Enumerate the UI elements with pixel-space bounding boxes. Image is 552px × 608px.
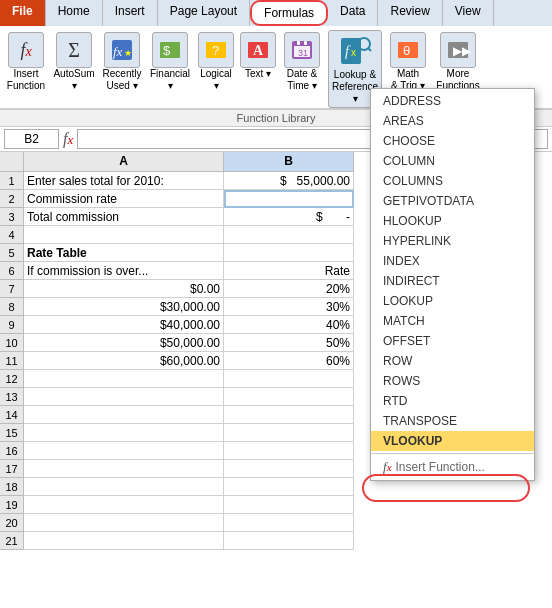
svg-text:▶▶: ▶▶	[453, 44, 472, 58]
dropdown-item-hlookup[interactable]: HLOOKUP	[371, 211, 534, 231]
dropdown-item-choose[interactable]: CHOOSE	[371, 131, 534, 151]
autosum-button[interactable]: Σ AutoSum ▾	[52, 30, 96, 94]
fx-small-icon: fx	[383, 459, 392, 475]
cell-a9[interactable]: $40,000.00	[24, 316, 224, 334]
cell-a8[interactable]: $30,000.00	[24, 298, 224, 316]
cell-b8[interactable]: 30%	[224, 298, 354, 316]
recently-used-button[interactable]: fx★ RecentlyUsed ▾	[100, 30, 144, 94]
tab-page-layout[interactable]: Page Layout	[158, 0, 250, 26]
table-row: 20	[0, 514, 552, 532]
ribbon-tabs: File Home Insert Page Layout Formulas Da…	[0, 0, 552, 26]
col-header-a[interactable]: A	[24, 152, 224, 172]
row-num: 7	[0, 280, 24, 298]
row-num: 10	[0, 334, 24, 352]
dropdown-item-match[interactable]: MATCH	[371, 311, 534, 331]
name-box[interactable]	[4, 129, 59, 149]
more-functions-icon: ▶▶	[440, 32, 476, 68]
formula-icons: fx	[63, 130, 73, 148]
tab-formulas[interactable]: Formulas	[250, 0, 328, 26]
lookup-dropdown-menu: ADDRESS AREAS CHOOSE COLUMN COLUMNS GETP…	[370, 88, 535, 481]
cell-a1[interactable]: Enter sales total for 2010:	[24, 172, 224, 190]
dropdown-item-row[interactable]: ROW	[371, 351, 534, 371]
date-time-label: Date &Time ▾	[287, 68, 318, 92]
corner-cell	[0, 152, 24, 172]
svg-text:31: 31	[298, 48, 308, 58]
cell-a7[interactable]: $0.00	[24, 280, 224, 298]
svg-text:$: $	[163, 43, 171, 58]
cell-a5[interactable]: Rate Table	[24, 244, 224, 262]
row-num: 4	[0, 226, 24, 244]
autosum-label: AutoSum ▾	[53, 68, 94, 92]
cell-b3[interactable]: $ -	[224, 208, 354, 226]
row-num: 6	[0, 262, 24, 280]
dropdown-item-lookup[interactable]: LOOKUP	[371, 291, 534, 311]
cell-a11[interactable]: $60,000.00	[24, 352, 224, 370]
math-trig-button[interactable]: θ Math& Trig ▾	[386, 30, 430, 94]
cell-b10[interactable]: 50%	[224, 334, 354, 352]
dropdown-item-indirect[interactable]: INDIRECT	[371, 271, 534, 291]
table-row: 19	[0, 496, 552, 514]
dropdown-item-transpose[interactable]: TRANSPOSE	[371, 411, 534, 431]
tab-view[interactable]: View	[443, 0, 494, 26]
lookup-reference-icon: f x	[337, 33, 373, 69]
recently-used-label: RecentlyUsed ▾	[103, 68, 142, 92]
col-header-b[interactable]: B	[224, 152, 354, 172]
tab-review[interactable]: Review	[378, 0, 442, 26]
row-num: 9	[0, 316, 24, 334]
row-num: 8	[0, 298, 24, 316]
cell-b6[interactable]: Rate	[224, 262, 354, 280]
cell-b4[interactable]	[224, 226, 354, 244]
dropdown-item-vlookup[interactable]: VLOOKUP	[371, 431, 534, 451]
date-time-button[interactable]: 31 Date &Time ▾	[280, 30, 324, 94]
fx-formula-icon: fx	[63, 130, 73, 148]
cell-a6[interactable]: If commission is over...	[24, 262, 224, 280]
cell-a4[interactable]	[24, 226, 224, 244]
dropdown-item-offset[interactable]: OFFSET	[371, 331, 534, 351]
insert-function-dropdown-label: Insert Function...	[396, 460, 485, 474]
dropdown-item-rtd[interactable]: RTD	[371, 391, 534, 411]
row-num: 11	[0, 352, 24, 370]
svg-text:θ: θ	[403, 43, 410, 58]
tab-data[interactable]: Data	[328, 0, 378, 26]
dropdown-item-getpivotdata[interactable]: GETPIVOTDATA	[371, 191, 534, 211]
dropdown-item-hyperlink[interactable]: HYPERLINK	[371, 231, 534, 251]
row-num: 2	[0, 190, 24, 208]
text-icon: A	[240, 32, 276, 68]
tab-home[interactable]: Home	[46, 0, 103, 26]
cell-b9[interactable]: 40%	[224, 316, 354, 334]
row-num: 3	[0, 208, 24, 226]
dropdown-item-index[interactable]: INDEX	[371, 251, 534, 271]
cell-b11[interactable]: 60%	[224, 352, 354, 370]
logical-icon: ?	[198, 32, 234, 68]
dropdown-item-column[interactable]: COLUMN	[371, 151, 534, 171]
cell-a2[interactable]: Commission rate	[24, 190, 224, 208]
text-button[interactable]: A Text ▾	[240, 30, 276, 82]
svg-text:★: ★	[124, 48, 132, 58]
financial-button[interactable]: $ Financial ▾	[148, 30, 192, 94]
dropdown-item-address[interactable]: ADDRESS	[371, 91, 534, 111]
dropdown-item-areas[interactable]: AREAS	[371, 111, 534, 131]
cell-b7[interactable]: 20%	[224, 280, 354, 298]
logical-button[interactable]: ? Logical ▾	[196, 30, 236, 94]
cell-b1[interactable]: $ 55,000.00	[224, 172, 354, 190]
cell-a3[interactable]: Total commission	[24, 208, 224, 226]
svg-rect-13	[304, 41, 307, 45]
financial-label: Financial ▾	[150, 68, 190, 92]
cell-a10[interactable]: $50,000.00	[24, 334, 224, 352]
dropdown-insert-function[interactable]: fx Insert Function...	[371, 456, 534, 478]
insert-function-button[interactable]: fx InsertFunction	[4, 30, 48, 94]
insert-function-label: InsertFunction	[7, 68, 45, 92]
fx-icon: fx	[8, 32, 44, 68]
svg-line-18	[368, 48, 371, 51]
date-time-icon: 31	[284, 32, 320, 68]
svg-text:A: A	[253, 43, 264, 58]
cell-b5[interactable]	[224, 244, 354, 262]
svg-text:?: ?	[212, 43, 219, 58]
autosum-icon: Σ	[56, 32, 92, 68]
tab-insert[interactable]: Insert	[103, 0, 158, 26]
cell-b2[interactable]	[224, 190, 354, 208]
dropdown-item-columns[interactable]: COLUMNS	[371, 171, 534, 191]
dropdown-item-rows[interactable]: ROWS	[371, 371, 534, 391]
text-label: Text ▾	[245, 68, 271, 80]
tab-file[interactable]: File	[0, 0, 46, 26]
